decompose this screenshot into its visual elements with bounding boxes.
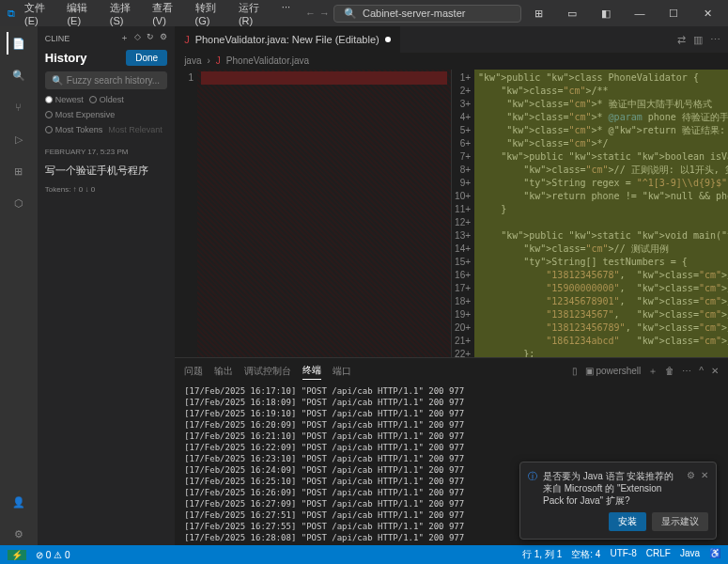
history-heading: History: [45, 51, 87, 65]
more-icon[interactable]: ⋯: [710, 34, 720, 46]
maximize-icon[interactable]: ☐: [660, 8, 687, 20]
notification-toast: ⓘ 是否要为 Java 语言 安装推荐的 来自 Microsoft 的 "Ext…: [519, 462, 717, 540]
tab-label: PhoneValidator.java: New File (Editable): [195, 34, 379, 45]
sidebar-icon[interactable]: ◧: [593, 8, 619, 20]
filter-oldest[interactable]: Oldest: [89, 95, 124, 104]
search-text: Cabinet-server-master: [363, 8, 465, 19]
add-icon[interactable]: ＋: [120, 32, 129, 44]
history-meta: Tokens: ↑ 0 ↓ 0: [45, 185, 167, 194]
close-icon[interactable]: ✕: [694, 8, 720, 20]
minimize-icon[interactable]: —: [627, 8, 653, 19]
tab-bar: J PhoneValidator.java: New File (Editabl…: [175, 26, 728, 53]
filter-relevant: Most Relevant: [108, 125, 163, 134]
history-icon[interactable]: ↻: [147, 32, 154, 44]
info-icon: ⓘ: [528, 470, 537, 483]
tab-ports[interactable]: 端口: [333, 363, 351, 380]
sidebar: CLINE ＋ ◇ ↻ ⚙ History Done 🔍 Fuzzy searc…: [38, 26, 175, 545]
titlebar: ⧉ 文件(E) 编辑(E) 选择(S) 查看(V) 转到(G) 运行(R) ··…: [0, 0, 728, 26]
status-lang[interactable]: Java: [680, 548, 700, 561]
panel-icon[interactable]: ▭: [559, 8, 585, 20]
history-item[interactable]: 写一个验证手机号程序: [45, 164, 167, 178]
more-icon[interactable]: ⋯: [682, 366, 691, 376]
command-center[interactable]: 🔍 Cabinet-server-master: [333, 5, 521, 23]
panel-title: CLINE: [45, 34, 70, 43]
tab-phonevalidator[interactable]: J PhoneValidator.java: New File (Editabl…: [175, 26, 401, 53]
account-icon[interactable]: 👤: [8, 491, 30, 513]
menu-item[interactable]: 运行(R): [233, 0, 274, 30]
settings-icon[interactable]: ⚙: [8, 523, 30, 545]
tab-output[interactable]: 输出: [214, 363, 233, 380]
gear-icon[interactable]: ⚙: [160, 32, 167, 44]
status-indent[interactable]: 空格: 4: [571, 548, 600, 561]
menu-item[interactable]: ···: [276, 0, 296, 30]
filter-expensive[interactable]: Most Expensive: [45, 110, 116, 119]
vscode-icon: ⧉: [8, 8, 15, 20]
toast-message: 是否要为 Java 语言 安装推荐的 来自 Microsoft 的 "Exten…: [543, 470, 681, 507]
search-icon: 🔍: [344, 8, 357, 20]
menu-item[interactable]: 查看(V): [147, 0, 187, 30]
explorer-icon[interactable]: 📄: [7, 32, 29, 55]
tab-problems[interactable]: 问题: [184, 363, 203, 380]
menu-item[interactable]: 编辑(E): [61, 0, 101, 30]
editor-pane-right[interactable]: 1+2+3+4+5+6+7+8+9+10+11+12+13+14+15+16+1…: [451, 70, 728, 357]
cline-icon[interactable]: ⬡: [8, 192, 30, 214]
menu-item[interactable]: 转到(G): [190, 0, 231, 30]
split-terminal-icon[interactable]: ▯: [572, 366, 578, 376]
new-terminal-icon[interactable]: ＋: [648, 365, 658, 378]
menu-item[interactable]: 文件(E): [19, 0, 59, 30]
java-icon: J: [184, 34, 190, 45]
remote-icon[interactable]: ⚡: [8, 550, 26, 560]
debug-icon[interactable]: ▷: [8, 128, 30, 150]
scm-icon[interactable]: ⑂: [8, 96, 30, 118]
maximize-panel-icon[interactable]: ^: [699, 366, 704, 376]
install-button[interactable]: 安装: [609, 512, 646, 531]
split-icon[interactable]: ▥: [693, 34, 703, 46]
layout-icon[interactable]: ⊞: [525, 8, 551, 20]
tab-terminal[interactable]: 终端: [302, 362, 321, 380]
forward-icon[interactable]: →: [319, 8, 330, 19]
close-panel-icon[interactable]: ✕: [711, 366, 719, 376]
history-search[interactable]: 🔍 Fuzzy search history...: [45, 71, 167, 89]
breadcrumb[interactable]: java › J PhoneValidator.java: [175, 53, 728, 70]
status-eol[interactable]: CRLF: [646, 548, 671, 561]
extensions-icon[interactable]: ⊞: [8, 160, 30, 182]
filter-tokens[interactable]: Most Tokens: [45, 125, 102, 134]
tab-debug[interactable]: 调试控制台: [244, 363, 291, 380]
status-problems[interactable]: ⊘ 0 ⚠ 0: [36, 550, 70, 560]
terminal-profile[interactable]: ▣ powershell: [585, 366, 642, 376]
menu-item[interactable]: 选择(S): [104, 0, 145, 30]
status-bar: ⚡ ⊘ 0 ⚠ 0 行 1, 列 1 空格: 4 UTF-8 CRLF Java…: [0, 545, 728, 564]
market-icon[interactable]: ◇: [134, 32, 141, 44]
java-icon: J: [216, 55, 221, 66]
status-a11y[interactable]: ♿: [709, 548, 720, 561]
done-button[interactable]: Done: [126, 50, 167, 66]
trash-icon[interactable]: 🗑: [665, 366, 674, 376]
editor-pane-left[interactable]: 1: [175, 70, 451, 357]
history-date: FEBRUARY 17, 5:23 PM: [45, 148, 167, 156]
gear-icon[interactable]: ⚙: [687, 470, 695, 480]
show-recommendations-button[interactable]: 显示建议: [652, 512, 708, 531]
dirty-indicator: [385, 37, 391, 42]
diff-icon[interactable]: ⇄: [677, 34, 686, 46]
activity-bar: 📄 🔍 ⑂ ▷ ⊞ ⬡ 👤 ⚙: [0, 26, 38, 545]
search-icon[interactable]: 🔍: [8, 64, 30, 86]
status-encoding[interactable]: UTF-8: [610, 548, 636, 561]
close-icon[interactable]: ✕: [701, 470, 708, 480]
search-icon: 🔍: [52, 75, 63, 86]
status-cursor[interactable]: 行 1, 列 1: [522, 548, 562, 561]
menu-bar: 文件(E) 编辑(E) 选择(S) 查看(V) 转到(G) 运行(R) ···: [19, 0, 296, 30]
back-icon[interactable]: ←: [305, 8, 316, 19]
filter-newest[interactable]: Newest: [45, 95, 84, 104]
